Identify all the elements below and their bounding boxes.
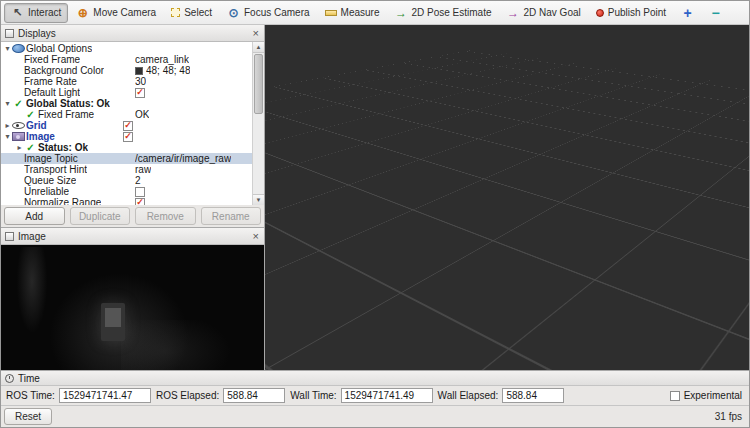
tree-row-background-color[interactable]: Background Color48; 48; 48	[1, 65, 252, 76]
tree-row-grid[interactable]: ▸Grid	[1, 120, 252, 131]
scroll-down-icon[interactable]: ▼	[253, 194, 264, 205]
expander-icon[interactable]: ▾	[3, 43, 12, 54]
reset-button[interactable]: Reset	[4, 408, 52, 425]
3d-viewport[interactable]	[265, 25, 749, 370]
tool-measure[interactable]: Measure	[318, 3, 387, 23]
time-field-value[interactable]: 588.84	[223, 388, 285, 403]
property-name-cell: Queue Size	[1, 175, 133, 186]
close-icon[interactable]: ×	[252, 231, 260, 242]
property-name-cell: ▸Status: Ok	[1, 142, 133, 153]
camera-move-icon	[76, 6, 89, 19]
scroll-up-icon[interactable]: ▲	[253, 42, 264, 53]
time-field-value[interactable]: 1529471741.49	[341, 388, 433, 403]
property-checkbox[interactable]	[135, 198, 145, 206]
property-name-cell: Fixed Frame	[1, 54, 133, 65]
tool-2d-nav-goal[interactable]: 2D Nav Goal	[500, 3, 588, 23]
scrollbar-thumb[interactable]	[254, 54, 263, 114]
property-value-cell[interactable]: raw	[133, 164, 252, 175]
close-icon[interactable]: ×	[252, 28, 260, 39]
tree-row-image[interactable]: ▾Image	[1, 131, 252, 142]
add-button[interactable]: Add	[4, 207, 65, 225]
property-checkbox[interactable]	[135, 88, 145, 98]
property-name: Default Light	[24, 87, 80, 98]
property-value-cell[interactable]: 48; 48; 48	[133, 65, 252, 76]
image-panel-header[interactable]: Image ×	[1, 228, 264, 245]
pose-arrow-icon	[394, 6, 407, 19]
expander-icon[interactable]: ▸	[3, 120, 12, 131]
tool-interact[interactable]: Interact	[4, 3, 68, 23]
tree-row-image-topic[interactable]: Image Topic/camera/ir/image_raw	[1, 153, 252, 164]
experimental-checkbox[interactable]	[670, 391, 680, 401]
image-panel: Image ×	[1, 228, 264, 370]
property-value-cell[interactable]: camera_link	[133, 54, 252, 65]
tree-row-frame-rate[interactable]: Frame Rate30	[1, 76, 252, 87]
time-panel-title: Time	[18, 373, 40, 384]
focus-icon	[227, 6, 240, 19]
tool-publish-point[interactable]: Publish Point	[589, 3, 673, 23]
property-value-cell[interactable]: OK	[133, 109, 252, 120]
property-name-cell: ▾Global Status: Ok	[1, 98, 121, 109]
tool-label: 2D Pose Estimate	[411, 7, 491, 18]
property-name: Global Options	[26, 43, 92, 54]
tree-row-queue-size[interactable]: Queue Size2	[1, 175, 252, 186]
expander-icon[interactable]: ▾	[3, 98, 12, 109]
time-panel-header[interactable]: Time	[1, 371, 749, 386]
property-checkbox[interactable]	[123, 132, 133, 142]
tool-move-camera[interactable]: Move Camera	[69, 3, 163, 23]
property-value-cell[interactable]: 2	[133, 175, 252, 186]
time-field-value[interactable]: 1529471741.47	[59, 388, 151, 403]
displays-panel-title: Displays	[18, 28, 248, 39]
tree-row-status-ok[interactable]: ▸Status: Ok	[1, 142, 252, 153]
tree-row-global-status-ok[interactable]: ▾Global Status: Ok	[1, 98, 252, 109]
property-checkbox[interactable]	[135, 187, 145, 197]
property-value-cell[interactable]	[133, 88, 252, 98]
fps-counter: 31 fps	[715, 411, 746, 422]
displays-panel-header[interactable]: Displays ×	[1, 25, 264, 42]
tree-row-unreliable[interactable]: Unreliable	[1, 186, 252, 197]
property-name: Grid	[26, 120, 47, 131]
tool-focus-camera[interactable]: Focus Camera	[220, 3, 317, 23]
property-value-cell[interactable]	[121, 121, 252, 131]
duplicate-button[interactable]: Duplicate	[70, 207, 131, 225]
tool-minus[interactable]	[702, 3, 729, 23]
tree-row-transport-hint[interactable]: Transport Hintraw	[1, 164, 252, 175]
point-icon	[596, 9, 604, 17]
time-field-ros-time: ROS Time:1529471741.47	[6, 388, 151, 403]
tool-select[interactable]: Select	[164, 3, 219, 23]
property-name: Image	[26, 131, 55, 142]
displays-buttons: AddDuplicateRemoveRename	[1, 205, 264, 227]
property-name: Global Status: Ok	[26, 98, 110, 109]
check-icon	[24, 110, 37, 120]
remove-button[interactable]: Remove	[135, 207, 196, 225]
image-icon	[12, 132, 25, 141]
tool-plus[interactable]	[674, 3, 701, 23]
property-value-cell[interactable]	[133, 198, 252, 206]
scrollbar[interactable]: ▲ ▼	[252, 42, 264, 205]
tool-label: Move Camera	[93, 7, 156, 18]
property-name: Queue Size	[24, 175, 76, 186]
tree-row-global-options[interactable]: ▾Global Options	[1, 43, 252, 54]
property-name-cell: Frame Rate	[1, 76, 133, 87]
rename-button[interactable]: Rename	[201, 207, 262, 225]
image-bottle-shape	[17, 247, 47, 332]
tree-row-normalize-range[interactable]: Normalize Range	[1, 197, 252, 205]
property-value-cell[interactable]	[121, 132, 252, 142]
status-bar: Reset 31 fps	[1, 405, 749, 427]
hand-icon	[11, 6, 24, 19]
tool-2d-pose-estimate[interactable]: 2D Pose Estimate	[387, 3, 498, 23]
nav-arrow-icon	[507, 6, 520, 19]
tree-row-fixed-frame[interactable]: Fixed FrameOK	[1, 109, 252, 120]
property-name-cell: Transport Hint	[1, 164, 133, 175]
displays-tree: ▾Global OptionsFixed Framecamera_linkBac…	[1, 42, 252, 205]
main-area: Displays × ▾Global OptionsFixed Framecam…	[1, 25, 749, 370]
property-checkbox[interactable]	[123, 121, 133, 131]
property-value: 30	[135, 76, 146, 87]
tree-row-default-light[interactable]: Default Light	[1, 87, 252, 98]
expander-icon[interactable]: ▾	[3, 131, 12, 142]
time-field-value[interactable]: 588.84	[502, 388, 564, 403]
property-value-cell[interactable]: /camera/ir/image_raw	[133, 153, 252, 164]
property-value-cell[interactable]	[133, 187, 252, 197]
tree-row-fixed-frame[interactable]: Fixed Framecamera_link	[1, 54, 252, 65]
property-value-cell[interactable]: 30	[133, 76, 252, 87]
expander-icon[interactable]: ▸	[15, 142, 24, 153]
